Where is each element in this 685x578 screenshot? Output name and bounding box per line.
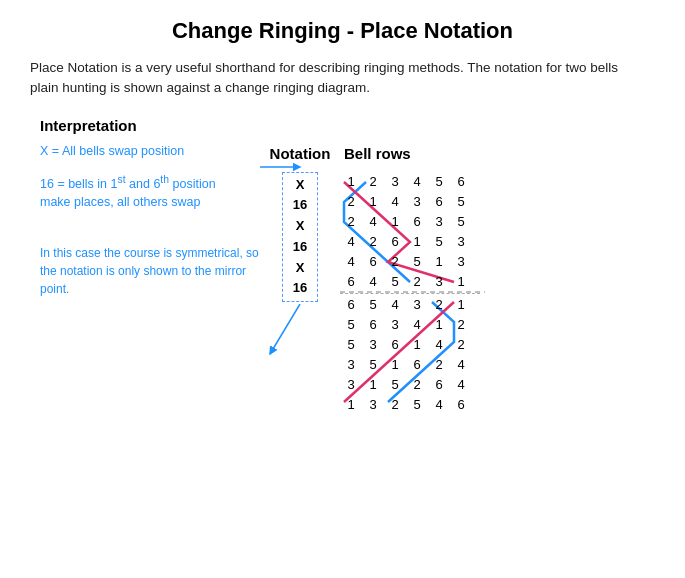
- bell-cell: 5: [340, 315, 362, 335]
- bell-cell: 4: [362, 212, 384, 232]
- table-row: 563412: [340, 315, 480, 335]
- bell-cell: 5: [428, 232, 450, 252]
- bell-cell: 3: [406, 192, 428, 212]
- bell-cell: 1: [340, 172, 362, 192]
- table-row: 351624: [340, 355, 480, 375]
- bell-cell: 2: [340, 212, 362, 232]
- table-row: 132546: [340, 395, 480, 415]
- bell-cell: 3: [428, 212, 450, 232]
- notation-header: Notation: [270, 145, 331, 162]
- bell-cell: 5: [384, 375, 406, 395]
- bell-cell: 2: [362, 172, 384, 192]
- bell-cell: 2: [428, 355, 450, 375]
- bell-cell: 1: [362, 192, 384, 212]
- bell-cell: 6: [340, 295, 362, 315]
- bell-cell: 2: [450, 315, 472, 335]
- bell-cell: 1: [406, 335, 428, 355]
- notation-column: Notation X 16 X: [260, 117, 340, 360]
- bell-cell: 4: [384, 192, 406, 212]
- bell-cell: 1: [428, 252, 450, 272]
- bell-cell: 1: [384, 355, 406, 375]
- bell-cell: 4: [428, 395, 450, 415]
- bell-cell: 2: [384, 252, 406, 272]
- bell-cell: 3: [384, 172, 406, 192]
- notation-16c: 16: [293, 278, 307, 299]
- notation-16a: 16: [293, 195, 307, 216]
- bell-cell: 4: [428, 335, 450, 355]
- bell-cell: 4: [384, 295, 406, 315]
- table-row: 241635: [340, 212, 480, 232]
- bell-cell: 2: [406, 272, 428, 292]
- table-row: 654321: [340, 295, 480, 315]
- bell-cell: 5: [362, 355, 384, 375]
- bell-cell: 2: [340, 192, 362, 212]
- bell-cell: 3: [362, 395, 384, 415]
- notation-box: X 16 X 16 X 16: [282, 172, 318, 303]
- interp-x-label: X = All bells swap position: [40, 144, 260, 158]
- bell-cell: 4: [340, 232, 362, 252]
- bell-cell: 5: [428, 172, 450, 192]
- bell-cell: 2: [428, 295, 450, 315]
- bell-cell: 3: [384, 315, 406, 335]
- notation-16b: 16: [293, 237, 307, 258]
- bell-cell: 1: [450, 295, 472, 315]
- bell-cell: 2: [384, 395, 406, 415]
- bell-rows-bottom: 654321563412536142351624315264132546: [340, 295, 480, 415]
- bell-cell: 1: [362, 375, 384, 395]
- page-title: Change Ringing - Place Notation: [30, 18, 655, 44]
- bell-cell: 6: [384, 335, 406, 355]
- bell-rows-wrap: Bell rows: [340, 117, 480, 415]
- bell-cell: 6: [340, 272, 362, 292]
- separator-line: [340, 293, 480, 294]
- bell-cell: 3: [450, 252, 472, 272]
- bell-cell: 3: [340, 375, 362, 395]
- interp-header: Interpretation: [40, 117, 260, 134]
- bell-cell: 1: [340, 395, 362, 415]
- bell-cell: 2: [450, 335, 472, 355]
- bell-cell: 5: [406, 395, 428, 415]
- bell-cell: 6: [450, 395, 472, 415]
- bell-cell: 2: [362, 232, 384, 252]
- bell-cell: 6: [428, 375, 450, 395]
- bell-cell: 6: [406, 212, 428, 232]
- table-row: 123456: [340, 172, 480, 192]
- diagram-area: Notation X 16 X: [260, 117, 480, 415]
- interp-16-label: 16 = bells in 1st and 6th positionmake p…: [40, 172, 260, 213]
- bell-cell: 4: [450, 375, 472, 395]
- bell-cell: 1: [406, 232, 428, 252]
- bell-cell: 3: [362, 335, 384, 355]
- bell-cell: 4: [362, 272, 384, 292]
- bell-cell: 3: [406, 295, 428, 315]
- bell-cell: 6: [428, 192, 450, 212]
- notation-x1: X: [296, 175, 305, 196]
- svg-line-1: [270, 304, 300, 354]
- table-row: 645231: [340, 272, 480, 292]
- bell-cell: 1: [384, 212, 406, 232]
- bell-cell: 6: [406, 355, 428, 375]
- bell-rows-top: 123456214365241635426153462513645231: [340, 172, 480, 292]
- table-row: 426153: [340, 232, 480, 252]
- bell-svg-wrap: 123456214365241635426153462513645231 654…: [340, 172, 480, 415]
- main-columns: Interpretation X = All bells swap positi…: [30, 117, 655, 415]
- bell-cell: 5: [450, 212, 472, 232]
- note-arrow-svg: [260, 304, 340, 359]
- notation-x2: X: [296, 216, 305, 237]
- table-row: 214365: [340, 192, 480, 212]
- bell-cell: 4: [406, 315, 428, 335]
- bell-cell: 5: [340, 335, 362, 355]
- bell-cell: 6: [362, 252, 384, 272]
- bell-cell: 5: [362, 295, 384, 315]
- bell-cell: 4: [340, 252, 362, 272]
- bell-cell: 3: [428, 272, 450, 292]
- bell-cell: 5: [450, 192, 472, 212]
- bell-cell: 4: [406, 172, 428, 192]
- interpretation-column: Interpretation X = All bells swap positi…: [30, 117, 260, 299]
- bell-cell: 6: [362, 315, 384, 335]
- bell-cell: 5: [384, 272, 406, 292]
- page: Change Ringing - Place Notation Place No…: [0, 0, 685, 578]
- bell-rows-header: Bell rows: [344, 145, 480, 162]
- bell-cell: 4: [450, 355, 472, 375]
- table-row: 462513: [340, 252, 480, 272]
- table-row: 536142: [340, 335, 480, 355]
- table-row: 315264: [340, 375, 480, 395]
